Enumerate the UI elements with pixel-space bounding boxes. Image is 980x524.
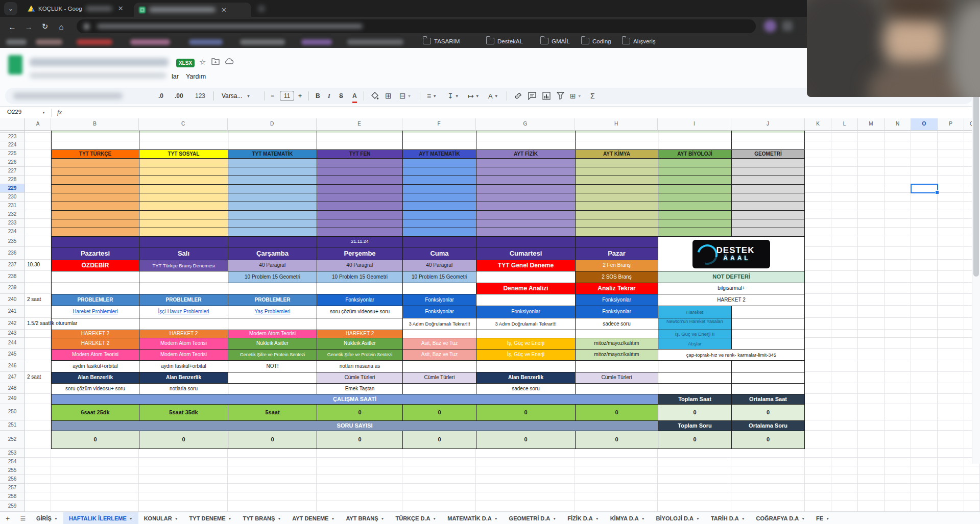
cell-A248[interactable] bbox=[25, 383, 51, 394]
sheet-tab-caret-icon[interactable]: ▼ bbox=[553, 517, 556, 520]
cell-A223[interactable] bbox=[25, 133, 51, 141]
bookmark-blurred[interactable] bbox=[130, 39, 170, 45]
cell-L235[interactable] bbox=[831, 236, 858, 247]
cell-A247[interactable]: 2 saat bbox=[25, 372, 51, 383]
cell-E239[interactable] bbox=[317, 283, 402, 294]
cell-P241[interactable] bbox=[938, 306, 964, 318]
cell-B231[interactable] bbox=[51, 202, 139, 210]
cell-D246[interactable]: NOT! bbox=[228, 360, 317, 372]
sheet-tab-caret-icon[interactable]: ▼ bbox=[696, 517, 700, 520]
cell-H247[interactable]: Cümle Türleri bbox=[575, 372, 658, 383]
cell-F224[interactable] bbox=[402, 141, 476, 149]
cell-G231[interactable] bbox=[476, 202, 575, 210]
cell-B223[interactable] bbox=[51, 133, 139, 141]
cell-P234[interactable] bbox=[938, 228, 964, 236]
cell-A259[interactable] bbox=[25, 501, 51, 512]
cell-P223[interactable] bbox=[938, 133, 964, 141]
cell-M248[interactable] bbox=[858, 383, 885, 394]
row-header-240[interactable]: 240 bbox=[0, 294, 25, 306]
cell-J250[interactable]: 0 bbox=[731, 404, 805, 420]
cell-E234[interactable] bbox=[317, 228, 402, 236]
cell-B258[interactable] bbox=[51, 492, 139, 501]
cell-I252[interactable]: 0 bbox=[658, 431, 731, 449]
cell-H233[interactable] bbox=[575, 219, 658, 228]
cell-A241[interactable] bbox=[25, 306, 51, 318]
cell-G236[interactable]: Cumartesi bbox=[476, 247, 575, 260]
col-header-C[interactable]: C bbox=[139, 118, 228, 131]
cell-E248[interactable]: Emek Taştan bbox=[317, 383, 402, 394]
sheet-tab-tari-h-d.a[interactable]: TARİH D.A▼ bbox=[705, 512, 751, 524]
cell-G257[interactable] bbox=[476, 484, 575, 492]
cell-C241[interactable]: İşçi-Havuz Problemleri bbox=[139, 306, 228, 318]
cell-C256[interactable] bbox=[139, 475, 228, 484]
cell-P256[interactable] bbox=[938, 475, 964, 484]
cell-C234[interactable] bbox=[139, 228, 228, 236]
cell-L247[interactable] bbox=[831, 372, 858, 383]
selected-cell[interactable] bbox=[911, 184, 938, 193]
row-header-242[interactable]: 242 bbox=[0, 318, 25, 330]
cell-A243[interactable] bbox=[25, 330, 51, 338]
cell-B237[interactable]: ÖZDEBİR bbox=[51, 260, 139, 271]
cell-K228[interactable] bbox=[805, 176, 831, 184]
cell-H259[interactable] bbox=[575, 501, 658, 512]
cell-A244[interactable] bbox=[25, 338, 51, 349]
cell-K241[interactable] bbox=[805, 306, 831, 318]
cell-E254[interactable] bbox=[317, 458, 402, 466]
cell-O248[interactable] bbox=[911, 383, 938, 394]
cell-K252[interactable] bbox=[805, 431, 831, 449]
cell-L259[interactable] bbox=[831, 501, 858, 512]
cell-A231[interactable] bbox=[25, 202, 51, 210]
cell-C233[interactable] bbox=[139, 219, 228, 228]
cell-L244[interactable] bbox=[831, 338, 858, 349]
cell-F229[interactable] bbox=[402, 184, 476, 193]
bookmark-blurred[interactable] bbox=[347, 39, 403, 45]
cell-N247[interactable] bbox=[885, 372, 911, 383]
cell-I227[interactable] bbox=[658, 167, 731, 176]
menu-icon-blurred[interactable] bbox=[782, 21, 793, 31]
cell-A228[interactable] bbox=[25, 176, 51, 184]
cell-F246[interactable] bbox=[402, 360, 476, 372]
cell-E238[interactable]: 10 Problem 15 Geometri bbox=[317, 271, 402, 283]
cell-A253[interactable] bbox=[25, 449, 51, 458]
cell-N258[interactable] bbox=[885, 492, 911, 501]
cell-I238[interactable]: NOT DEFTERİ bbox=[658, 271, 805, 283]
cell-C242[interactable] bbox=[139, 318, 228, 330]
col-header-L[interactable]: L bbox=[831, 118, 858, 131]
cell-P250[interactable] bbox=[938, 404, 964, 420]
cell-C254[interactable] bbox=[139, 458, 228, 466]
sheet-tab-türkçe-d.a[interactable]: TÜRKÇE D.A▼ bbox=[390, 512, 442, 524]
horizontal-align-button[interactable]: ≡▼ bbox=[427, 88, 437, 104]
cell-D232[interactable] bbox=[228, 210, 317, 219]
cell-F240[interactable]: Fonksiyonlar bbox=[402, 294, 476, 306]
cell-H229[interactable] bbox=[575, 184, 658, 193]
cell-I224[interactable] bbox=[658, 141, 731, 149]
row-header-227[interactable]: 227 bbox=[0, 167, 25, 176]
cell-G252[interactable]: 0 bbox=[476, 431, 575, 449]
col-header-A[interactable]: A bbox=[25, 118, 51, 131]
cell-K229[interactable] bbox=[805, 184, 831, 193]
sheet-tab-caret-icon[interactable]: ▼ bbox=[228, 517, 232, 520]
cell-N241[interactable] bbox=[885, 306, 911, 318]
cell-M224[interactable] bbox=[858, 141, 885, 149]
cell-L237[interactable] bbox=[831, 260, 858, 271]
cell-H239[interactable]: Analiz Tekrar bbox=[575, 283, 658, 294]
cell-Q259[interactable] bbox=[964, 501, 980, 512]
cell-M245[interactable] bbox=[858, 349, 885, 360]
cell-P248[interactable] bbox=[938, 383, 964, 394]
cell-M240[interactable] bbox=[858, 294, 885, 306]
cell-H244[interactable]: mitoz/mayoz/kalıtım bbox=[575, 338, 658, 349]
cell-C229[interactable] bbox=[139, 184, 228, 193]
sheet-tab-gi-ri-ş[interactable]: GİRİŞ▼ bbox=[31, 512, 63, 524]
cell-D237[interactable]: 40 Paragraf bbox=[228, 260, 317, 271]
cell-J242[interactable] bbox=[731, 318, 805, 330]
cell-K224[interactable] bbox=[805, 141, 831, 149]
star-icon[interactable]: ☆ bbox=[199, 58, 206, 67]
cell-J232[interactable] bbox=[731, 210, 805, 219]
cell-F236[interactable]: Cuma bbox=[402, 247, 476, 260]
cell-D252[interactable]: 0 bbox=[228, 431, 317, 449]
cell-N251[interactable] bbox=[885, 420, 911, 431]
sheet-tab-coğrafya-d.a[interactable]: COĞRAFYA D.A▼ bbox=[751, 512, 810, 524]
cell-C252[interactable]: 0 bbox=[139, 431, 228, 449]
cell-L228[interactable] bbox=[831, 176, 858, 184]
cell-C257[interactable] bbox=[139, 484, 228, 492]
